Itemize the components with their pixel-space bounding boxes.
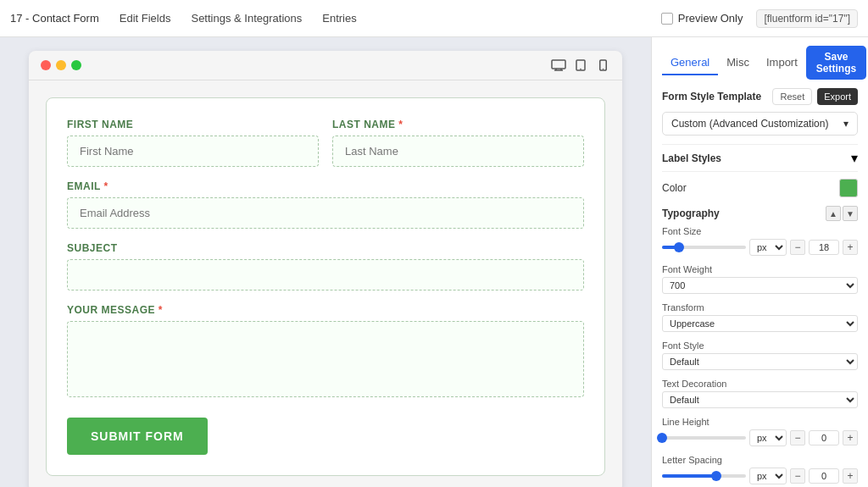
font-style-select[interactable]: DefaultItalicNormal [662, 353, 858, 370]
name-row: FIRST NAME LAST NAME * [67, 119, 584, 167]
dot-green [71, 60, 81, 70]
nav-title: 17 - Contact Form [10, 12, 99, 25]
tab-general[interactable]: General [662, 51, 718, 75]
letter-spacing-row: Letter Spacing px − 0 + [662, 455, 858, 484]
preview-only-label: Preview Only [678, 12, 743, 25]
color-row: Color [662, 179, 858, 197]
preview-only-checkbox[interactable] [661, 13, 673, 25]
font-size-increment[interactable]: + [843, 240, 858, 255]
right-top: General Misc Import Save Settings Form S… [652, 37, 868, 179]
tab-misc[interactable]: Misc [718, 51, 758, 75]
line-height-row: Line Height px − 0 + [662, 417, 858, 446]
transform-label: Transform [662, 302, 858, 313]
dot-red [41, 60, 51, 70]
nav-edit-fields[interactable]: Edit Fields [120, 8, 171, 28]
email-group: EMAIL * [67, 180, 584, 229]
view-icons [551, 59, 610, 71]
line-height-decrement[interactable]: − [790, 430, 805, 445]
export-button[interactable]: Export [817, 88, 858, 105]
line-height-value: 0 [809, 430, 839, 445]
last-name-input[interactable] [332, 136, 584, 167]
font-weight-select[interactable]: 700400500600800 [662, 277, 858, 294]
letter-spacing-controls: px − 0 + [662, 468, 858, 484]
email-required: * [103, 180, 108, 192]
settings-body: Color Typography ▲ ▼ Font Size [652, 179, 868, 487]
browser-bar [29, 51, 622, 80]
first-name-group: FIRST NAME [67, 119, 319, 167]
label-styles-chevron: ▾ [851, 150, 858, 166]
right-panel: General Misc Import Save Settings Form S… [651, 37, 868, 487]
font-size-decrement[interactable]: − [790, 240, 805, 255]
svg-rect-0 [552, 60, 565, 69]
subject-input[interactable] [67, 259, 584, 291]
left-panel: FIRST NAME LAST NAME * [0, 37, 651, 487]
message-group: YOUR MESSAGE * [67, 304, 584, 397]
tabs-row: General Misc Import Save Settings [662, 46, 858, 80]
preview-only-wrap: Preview Only [661, 12, 743, 25]
color-label: Color [662, 182, 687, 194]
message-required: * [159, 304, 163, 316]
typography-up[interactable]: ▲ [826, 206, 841, 221]
email-label: EMAIL * [67, 180, 584, 192]
last-name-required: * [398, 119, 403, 130]
reset-button[interactable]: Reset [772, 88, 812, 105]
fluentform-badge: [fluentform id="17"] [756, 9, 858, 28]
label-styles-row[interactable]: Label Styles ▾ [662, 144, 858, 172]
first-name-input[interactable] [67, 136, 319, 167]
contact-form: FIRST NAME LAST NAME * [46, 97, 605, 476]
main-layout: FIRST NAME LAST NAME * [0, 37, 868, 487]
template-buttons: Reset Export [772, 88, 858, 105]
svg-point-5 [580, 69, 581, 70]
typography-down[interactable]: ▼ [843, 206, 858, 221]
font-size-slider-track[interactable] [662, 246, 746, 249]
letter-spacing-value: 0 [809, 468, 839, 484]
line-height-label: Line Height [662, 417, 858, 427]
letter-spacing-label: Letter Spacing [662, 455, 858, 465]
nav-settings[interactable]: Settings & Integrations [191, 8, 302, 28]
label-styles-label: Label Styles [662, 152, 721, 164]
font-size-controls: pxemrem − 18 + [662, 239, 858, 256]
font-style-row: Font Style DefaultItalicNormal [662, 340, 858, 370]
save-settings-button[interactable]: Save Settings [806, 46, 866, 80]
font-size-row: Font Size pxemrem − 18 + [662, 226, 858, 256]
letter-spacing-decrement[interactable]: − [790, 468, 805, 484]
line-height-slider[interactable] [662, 436, 746, 440]
form-style-template-label: Form Style Template [662, 91, 761, 102]
browser-content: FIRST NAME LAST NAME * [29, 80, 622, 487]
message-label: YOUR MESSAGE * [67, 304, 584, 316]
template-dropdown-value: Custom (Advanced Customization) [671, 118, 828, 130]
typography-label: Typography [662, 208, 720, 219]
letter-spacing-slider[interactable] [662, 474, 746, 478]
desktop-icon[interactable] [551, 59, 566, 71]
letter-spacing-increment[interactable]: + [843, 468, 858, 484]
font-size-value: 18 [809, 240, 839, 255]
nav-entries[interactable]: Entries [322, 8, 356, 28]
submit-button[interactable]: SUBMIT FORM [67, 418, 208, 455]
subject-row: SUBJECT [67, 242, 584, 291]
last-name-group: LAST NAME * [332, 119, 584, 167]
transform-select[interactable]: UppercaseLowercaseCapitalizeNone [662, 315, 858, 332]
line-height-increment[interactable]: + [843, 430, 858, 445]
transform-row: Transform UppercaseLowercaseCapitalizeNo… [662, 302, 858, 332]
color-swatch[interactable] [839, 179, 858, 197]
typography-arrows: ▲ ▼ [826, 206, 858, 221]
line-height-unit[interactable]: px [749, 429, 787, 446]
svg-point-7 [602, 69, 603, 69]
subject-label: SUBJECT [67, 242, 584, 254]
last-name-label: LAST NAME * [332, 119, 584, 130]
message-textarea[interactable] [67, 321, 584, 397]
text-decoration-select[interactable]: DefaultUnderlineNone [662, 391, 858, 408]
tab-import[interactable]: Import [758, 51, 806, 75]
top-nav: 17 - Contact Form Edit Fields Settings &… [0, 0, 868, 37]
mobile-icon[interactable] [595, 59, 610, 71]
dot-yellow [56, 60, 66, 70]
text-decoration-label: Text Decoration [662, 379, 858, 389]
email-input[interactable] [67, 197, 584, 229]
template-dropdown[interactable]: Custom (Advanced Customization) ▾ [662, 112, 858, 136]
tablet-icon[interactable] [573, 59, 588, 71]
message-row: YOUR MESSAGE * [67, 304, 584, 397]
letter-spacing-unit[interactable]: px [749, 468, 787, 484]
first-name-label: FIRST NAME [67, 119, 319, 130]
font-style-label: Font Style [662, 340, 858, 351]
font-size-unit-select[interactable]: pxemrem [749, 239, 787, 256]
